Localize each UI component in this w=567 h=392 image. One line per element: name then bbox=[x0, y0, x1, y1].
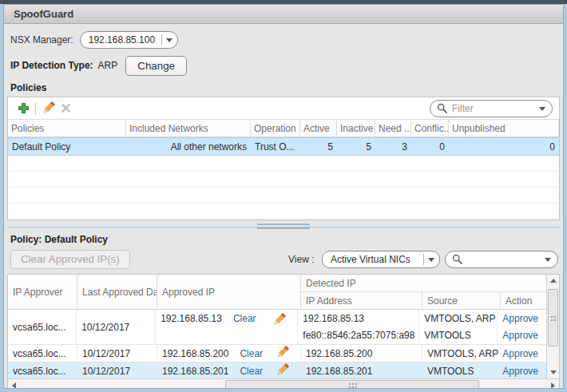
cell-source: VMTOOLS, ARP bbox=[419, 310, 498, 327]
panel-title: SpoofGuard bbox=[14, 8, 73, 20]
cell-conflict: 0 bbox=[411, 138, 449, 155]
clear-approved-ips-button[interactable]: Clear Approved IP(s) bbox=[10, 250, 130, 269]
chevron-down-icon[interactable] bbox=[539, 107, 545, 114]
column-header-active[interactable]: Active bbox=[300, 120, 337, 137]
policies-table-header: Policies Included Networks Operation ...… bbox=[8, 120, 559, 137]
chevron-down-icon[interactable] bbox=[166, 38, 172, 46]
view-dropdown[interactable]: Active Virtual NICs bbox=[322, 251, 440, 268]
approve-link[interactable]: Approve bbox=[502, 366, 538, 377]
column-header-conflict[interactable]: Conflic... bbox=[411, 120, 449, 137]
cell-action: Approve bbox=[501, 362, 546, 378]
nsx-manager-label: NSX Manager: bbox=[10, 34, 73, 46]
grip-icon bbox=[349, 383, 351, 385]
column-header-policies[interactable]: Policies bbox=[8, 120, 126, 137]
scroll-down-button[interactable] bbox=[547, 366, 559, 378]
column-header-approved-ip[interactable]: Approved IP bbox=[157, 275, 301, 309]
nsx-manager-dropdown[interactable]: 192.168.85.100 bbox=[80, 31, 178, 49]
policies-section-title: Policies bbox=[7, 82, 560, 95]
chevron-down-icon[interactable] bbox=[545, 258, 551, 265]
column-header-source[interactable]: Source bbox=[422, 292, 501, 309]
empty-table-row bbox=[8, 188, 559, 204]
scroll-left-button[interactable] bbox=[8, 379, 20, 389]
vertical-scrollbar[interactable] bbox=[546, 275, 559, 378]
cell-action: Approve bbox=[501, 345, 546, 362]
ip-detection-label: IP Detection Type: bbox=[10, 60, 93, 71]
column-header-included-networks[interactable]: Included Networks bbox=[126, 120, 251, 137]
search-icon bbox=[452, 254, 462, 264]
nsx-manager-row: NSX Manager: 192.168.85.100 bbox=[7, 31, 560, 49]
cell-policy-name: Default Policy bbox=[8, 138, 126, 155]
clear-ip-link[interactable]: Clear bbox=[240, 366, 263, 377]
edit-ip-button[interactable] bbox=[276, 363, 289, 379]
policies-toolbar: Filter bbox=[8, 97, 559, 120]
edit-policy-button[interactable] bbox=[39, 101, 57, 117]
ip-detection-value: ARP bbox=[98, 60, 118, 71]
nic-search-box[interactable] bbox=[445, 251, 558, 268]
edit-ip-button[interactable] bbox=[272, 313, 286, 329]
approved-ip-value: 192.168.85.200 bbox=[162, 348, 228, 359]
column-header-ip-address[interactable]: IP Address bbox=[301, 292, 422, 309]
nsx-manager-value: 192.168.85.100 bbox=[89, 34, 155, 46]
panel-title-bar: SpoofGuard bbox=[4, 5, 563, 24]
detected-ip-entry: fe80::8546:2a55:7075:a98 VMTOOLS Approve bbox=[298, 327, 546, 345]
filter-search-box[interactable]: Filter bbox=[430, 100, 553, 117]
column-header-ip-approver[interactable]: IP Approver bbox=[8, 275, 77, 309]
column-header-need[interactable]: Need ... bbox=[375, 120, 411, 137]
pencil-icon bbox=[42, 101, 55, 115]
column-header-unpublished[interactable]: Unpublished bbox=[449, 120, 559, 137]
scroll-up-button[interactable] bbox=[547, 275, 559, 287]
arrow-right-icon bbox=[551, 382, 558, 389]
cell-source: VMTOOLS bbox=[419, 327, 498, 345]
cell-source: VMTOOLS, ARP bbox=[422, 345, 501, 362]
cell-approved-ip: 192.168.85.13 Clear bbox=[156, 310, 298, 344]
change-button[interactable]: Change bbox=[125, 56, 187, 76]
approved-ip-row[interactable]: vcsa65.loc... 10/12/2017 192.168.85.13 C… bbox=[8, 310, 546, 345]
approve-link[interactable]: Approve bbox=[502, 348, 538, 359]
column-header-operation[interactable]: Operation ... bbox=[251, 120, 300, 137]
cell-ip-approver: vcsa65.loc... bbox=[8, 345, 77, 362]
cell-approved-ip: 192.168.85.200 Clear bbox=[157, 345, 301, 362]
dropdown-separator bbox=[161, 34, 162, 46]
horizontal-scrollbar-thumb[interactable] bbox=[225, 380, 479, 389]
column-header-last-approved-date[interactable]: Last Approved Date bbox=[77, 275, 157, 309]
pencil-icon bbox=[276, 363, 289, 377]
clear-ip-link[interactable]: Clear bbox=[240, 348, 263, 359]
cell-ip-approver: vcsa65.loc... bbox=[8, 310, 77, 344]
column-header-inactive[interactable]: Inactive bbox=[337, 120, 375, 137]
scroll-right-button[interactable] bbox=[547, 379, 559, 389]
cell-last-approved-date: 10/12/2017 bbox=[77, 310, 156, 344]
approved-ip-row[interactable]: vcsa65.loc... 10/12/2017 192.168.85.200 … bbox=[8, 345, 546, 362]
delete-policy-button[interactable] bbox=[57, 101, 74, 117]
panel-splitter[interactable] bbox=[7, 220, 560, 234]
column-header-action[interactable]: Action bbox=[501, 292, 546, 309]
add-policy-button[interactable] bbox=[14, 101, 32, 117]
arrow-up-icon bbox=[550, 275, 557, 283]
search-icon bbox=[437, 103, 447, 113]
arrow-left-icon bbox=[9, 382, 16, 389]
empty-table-row bbox=[8, 204, 559, 220]
column-header-detected-ip[interactable]: Detected IP bbox=[301, 275, 546, 292]
approve-link[interactable]: Approve bbox=[502, 313, 538, 324]
clear-ip-link[interactable]: Clear bbox=[233, 313, 256, 324]
empty-table-row bbox=[8, 156, 559, 172]
cell-operation: Trust O... bbox=[251, 138, 300, 155]
horizontal-scrollbar[interactable] bbox=[8, 378, 559, 389]
policy-table-row[interactable]: Default Policy All other networks Trust … bbox=[8, 137, 559, 156]
policy-actions-row: Clear Approved IP(s) View : Active Virtu… bbox=[7, 249, 560, 269]
cell-detected-ip: 192.168.85.200 bbox=[301, 345, 422, 362]
column-group-detected-ip: Detected IP IP Address Source Action bbox=[301, 275, 546, 309]
cell-inactive: 5 bbox=[337, 138, 375, 155]
approved-ip-value: 192.168.85.201 bbox=[162, 366, 228, 377]
edit-ip-button[interactable] bbox=[276, 346, 289, 362]
policies-table-block: Filter Policies Included Networks Operat… bbox=[7, 97, 560, 220]
vertical-scrollbar-thumb[interactable] bbox=[548, 289, 558, 346]
splitter-drag-handle[interactable] bbox=[257, 224, 310, 232]
empty-table-row bbox=[8, 172, 559, 188]
chevron-down-icon[interactable] bbox=[428, 258, 434, 265]
approve-link[interactable]: Approve bbox=[502, 330, 538, 341]
approved-ip-row-selected[interactable]: vcsa65.loc... 10/12/2017 192.168.85.201 … bbox=[8, 362, 546, 378]
cell-action: Approve bbox=[498, 327, 546, 345]
dropdown-separator bbox=[423, 254, 424, 265]
cell-active: 5 bbox=[300, 138, 337, 155]
spoofguard-panel: SpoofGuard NSX Manager: 192.168.85.100 I… bbox=[3, 4, 564, 389]
